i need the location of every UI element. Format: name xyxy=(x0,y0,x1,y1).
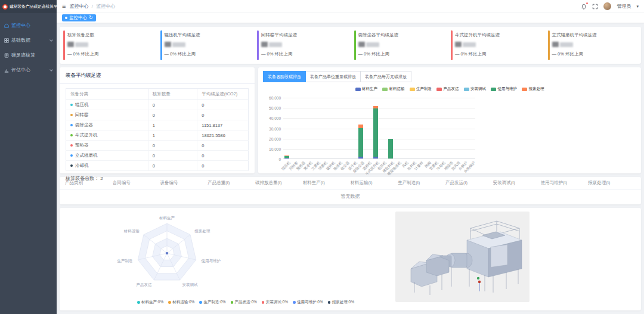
equipment-count: 0 xyxy=(148,151,197,161)
stat-delta-text: — 0% 环比上周 xyxy=(165,51,252,57)
equipment-count: 0 xyxy=(148,110,197,120)
y-axis-label: 50,000 xyxy=(265,106,281,110)
equipment-col-header: 平均碳足迹(tCO2) xyxy=(197,89,249,100)
bar-segment xyxy=(358,128,363,156)
product-col-header: 合同编号 xyxy=(113,180,160,186)
sidebar: 建材装备产品碳足迹核算平台 监控中心基础数据碳足迹核算评估中心 xyxy=(0,0,57,314)
stat-accent-bar xyxy=(354,30,356,60)
legend-swatch xyxy=(382,88,388,91)
blurred-value xyxy=(358,42,365,47)
radar-data-point xyxy=(166,252,168,254)
tag-dot-icon xyxy=(65,17,67,19)
user-name[interactable]: 管理员 xyxy=(617,3,631,10)
legend-item[interactable]: 产品发运 xyxy=(436,86,459,92)
radar-legend-item[interactable]: 产品发运:0% xyxy=(231,300,257,305)
chart-tab-2[interactable]: 装备产品每万元碳排放 xyxy=(361,71,411,82)
bar-segment xyxy=(373,157,378,158)
y-axis-label: 40,000 xyxy=(265,116,281,120)
radar-legend-item[interactable]: 报废处理:0% xyxy=(328,300,354,305)
blurred-value xyxy=(463,42,476,47)
radar-legend-label: 生产制造:0% xyxy=(203,300,225,305)
sidebar-item-label: 基础数据 xyxy=(11,37,30,43)
logo-icon xyxy=(2,4,8,10)
bar-14[interactable] xyxy=(388,139,393,158)
fullscreen-icon[interactable] xyxy=(592,4,598,10)
equipment-table-row[interactable]: 预热器00 xyxy=(66,141,249,151)
radar-legend-dot xyxy=(231,301,234,304)
equipment-table-row[interactable]: 立式辊磨机00 xyxy=(66,151,249,161)
breadcrumb-root[interactable]: 监控中心 xyxy=(69,4,88,9)
equipment-table-row[interactable]: 袋除尘器11151.8137 xyxy=(66,120,249,130)
radar-legend-item[interactable]: 使用与维护:0% xyxy=(293,300,323,305)
radar-legend-dot xyxy=(262,301,265,304)
stacked-bar-chart: 010,00020,00030,00040,00050,00060,000辊压机… xyxy=(283,98,475,159)
legend-item[interactable]: 安装调试 xyxy=(464,86,487,92)
radar-legend-item[interactable]: 材料运输:0% xyxy=(168,300,194,305)
stat-accent-bar xyxy=(451,30,453,60)
equipment-category-name: 斗式提升机 xyxy=(75,132,98,138)
equipment-avg-footprint: 0 xyxy=(197,110,249,120)
legend-item[interactable]: 报废处理 xyxy=(522,86,544,92)
stat-label: 袋除尘器平均碳足迹 xyxy=(358,32,445,38)
radar-axis-label: 材料运输 xyxy=(123,229,140,234)
equipment-category-name: 预热器 xyxy=(75,142,89,148)
blurred-value xyxy=(261,42,268,47)
user-menu-caret-icon[interactable]: ▾ xyxy=(636,4,639,9)
product-col-header: 产品类别 xyxy=(65,180,113,186)
content-area: 核算装备总数— 0% 环比上周辊压机平均碳足迹— 0% 环比上周回转窑平均碳足迹… xyxy=(57,23,644,314)
legend-swatch xyxy=(355,88,361,91)
chart-tab-1[interactable]: 装备产品单位重量碳排放 xyxy=(306,71,361,82)
hamburger-icon[interactable]: ≡ xyxy=(62,3,66,10)
equipment-avg-footprint: 0 xyxy=(197,141,249,151)
radar-legend-dot xyxy=(168,301,171,304)
sidebar-item-1[interactable]: 基础数据 xyxy=(0,33,57,48)
legend-swatch xyxy=(410,88,415,91)
radar-legend-item[interactable]: 安装调试:0% xyxy=(262,300,288,305)
sidebar-menu: 监控中心基础数据碳足迹核算评估中心 xyxy=(0,13,57,77)
grid-line xyxy=(283,108,475,108)
sidebar-item-label: 碳足迹核算 xyxy=(11,52,35,58)
legend-item[interactable]: 材料生产 xyxy=(355,86,378,92)
stat-label: 辊压机平均碳足迹 xyxy=(165,32,252,38)
radar-legend-dot xyxy=(199,301,202,304)
equipment-table-row[interactable]: 冷却机00 xyxy=(66,161,249,171)
stat-value-blurred xyxy=(552,42,639,47)
equipment-3d-image xyxy=(395,212,530,302)
notification-icon[interactable] xyxy=(581,4,587,10)
equipment-table-row[interactable]: 回转窑00 xyxy=(66,110,249,120)
legend-item[interactable]: 材料运输 xyxy=(382,86,405,92)
radar-legend-item[interactable]: 材料生产:0% xyxy=(137,300,163,305)
grid-line xyxy=(283,98,475,98)
stat-card-2: 回转窑平均碳足迹— 0% 环比上周 xyxy=(253,27,351,64)
equipment-avg-footprint: 1151.8137 xyxy=(197,120,249,130)
bar-0[interactable] xyxy=(284,156,289,158)
radar-axis-label: 材料生产 xyxy=(159,216,175,220)
stat-card-4: 斗式提升机平均碳足迹— 0% 环比上周 xyxy=(447,27,544,64)
legend-swatch xyxy=(436,88,442,91)
chevron-down-icon xyxy=(49,38,53,42)
x-axis-line xyxy=(283,158,475,159)
category-dot-icon xyxy=(70,114,73,116)
chart-tab-0[interactable]: 装备各阶段碳排放 xyxy=(263,71,306,82)
user-avatar[interactable] xyxy=(603,2,611,10)
legend-item[interactable]: 使用与维护 xyxy=(491,86,517,92)
radar-legend-item[interactable]: 生产制造:0% xyxy=(199,300,225,305)
legend-item[interactable]: 生产制造 xyxy=(410,86,432,92)
sidebar-item-2[interactable]: 碳足迹核算 xyxy=(0,48,57,63)
database-icon xyxy=(4,38,9,43)
sidebar-item-0[interactable]: 监控中心 xyxy=(0,18,57,33)
equipment-card-title: 装备平均碳足迹 xyxy=(60,67,255,84)
chevron-down-icon xyxy=(49,68,53,71)
equipment-count: 0 xyxy=(148,100,197,110)
legend-label: 使用与维护 xyxy=(498,86,518,92)
stat-accent-bar xyxy=(160,30,162,60)
equipment-avg-card: 装备平均碳足迹 装备分类核算数量平均碳足迹(tCO2) 辊压机00回转窑00袋除… xyxy=(60,67,255,173)
bar-10[interactable] xyxy=(358,125,363,158)
tab-monitor-center[interactable]: 监控中心 ↻ xyxy=(62,14,96,21)
bar-12[interactable] xyxy=(373,106,378,158)
sidebar-item-3[interactable]: 评估中心 xyxy=(0,63,57,77)
tag-refresh-icon[interactable]: ↻ xyxy=(89,15,93,20)
equipment-table-row[interactable]: 斗式提升机118621.5586 xyxy=(66,130,249,141)
stat-label: 立式辊磨机平均碳足迹 xyxy=(552,32,639,38)
equipment-table-row[interactable]: 辊压机00 xyxy=(66,100,249,110)
